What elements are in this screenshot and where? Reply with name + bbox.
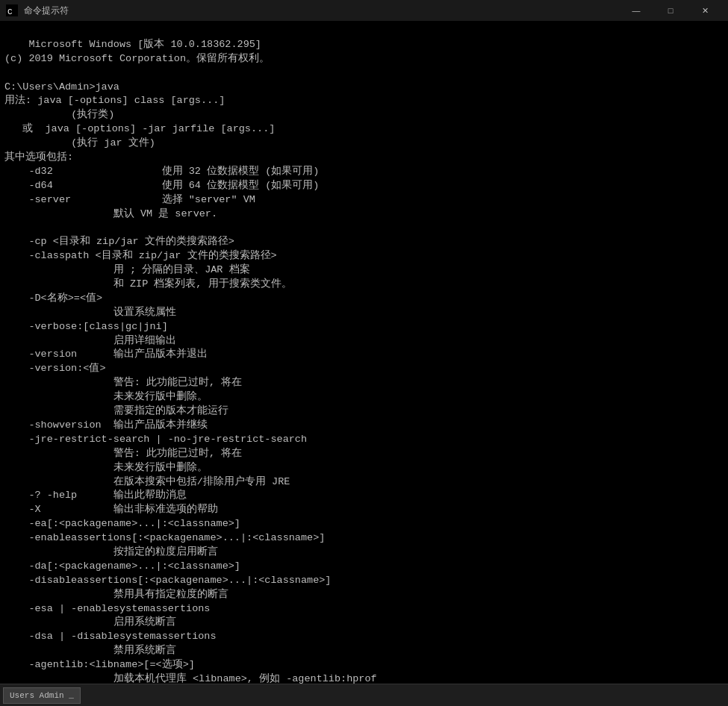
minimize-button[interactable]: — xyxy=(619,0,653,21)
terminal-text: Microsoft Windows [版本 10.0.18362.295] (c… xyxy=(4,39,550,684)
taskbar-item-label: Users Admin _ xyxy=(10,691,74,700)
taskbar-item[interactable]: Users Admin _ xyxy=(3,687,81,704)
cmd-icon: C xyxy=(6,4,18,16)
cmd-window: C 命令提示符 — □ ✕ Microsoft Windows [版本 10.0… xyxy=(0,0,728,706)
svg-text:C: C xyxy=(7,7,13,16)
title-bar: C 命令提示符 — □ ✕ xyxy=(0,0,728,21)
title-bar-controls: — □ ✕ xyxy=(619,0,722,21)
close-button[interactable]: ✕ xyxy=(688,0,722,21)
title-bar-left: C 命令提示符 xyxy=(6,4,69,17)
maximize-button[interactable]: □ xyxy=(653,0,688,21)
terminal-content[interactable]: Microsoft Windows [版本 10.0.18362.295] (c… xyxy=(0,21,728,684)
taskbar: Users Admin _ xyxy=(0,684,728,706)
window-title: 命令提示符 xyxy=(24,4,69,17)
